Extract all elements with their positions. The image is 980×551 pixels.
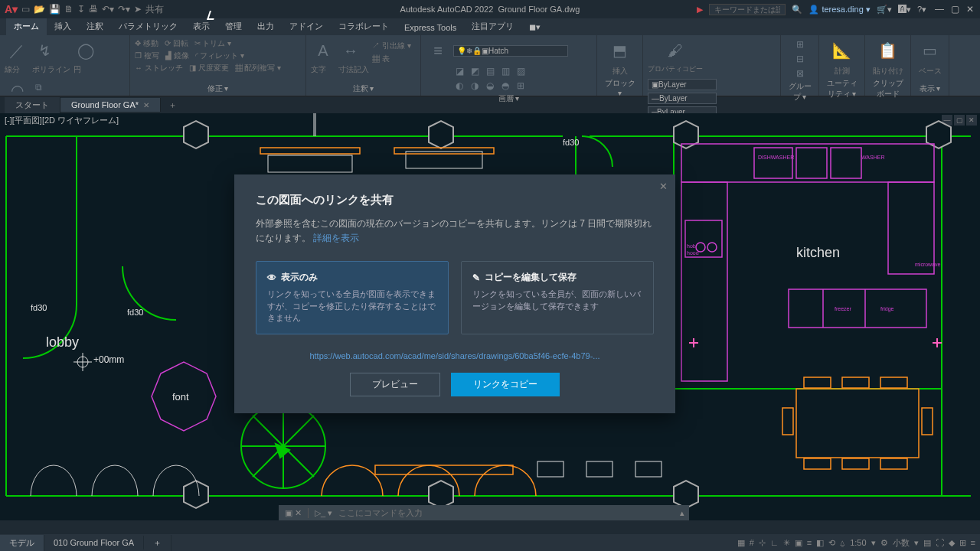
share-url-link[interactable]: https://web.autocad.com/acad/me/sid/shar… [309, 351, 599, 360]
tab-express[interactable]: Express Tools [397, 21, 464, 35]
sb-ortho-icon[interactable]: ∟ [770, 538, 779, 547]
command-line[interactable]: ▣ ✕ ▷_ ▾ ▴ [279, 505, 689, 520]
qat-share2-icon[interactable]: 共有 [145, 3, 164, 16]
sb-lwt-icon[interactable]: ≡ [807, 538, 812, 547]
matchprop-icon[interactable]: 🖌 [663, 38, 688, 63]
sb-cycle-icon[interactable]: ⟲ [828, 538, 835, 548]
sb-iso-icon[interactable]: ◆ [949, 538, 955, 548]
svg-marker-7 [184, 121, 208, 148]
sb-qp-icon[interactable]: ▤ [923, 538, 931, 548]
qat-share-icon[interactable]: ➤ [134, 4, 142, 15]
layout-model[interactable]: モデル [0, 535, 44, 551]
tab-insert[interactable]: 挿入 [47, 18, 79, 35]
copy-link-button[interactable]: リンクをコピー [451, 373, 560, 396]
lweight-dropdown[interactable]: — ByLayer [648, 93, 717, 104]
sb-gear-icon[interactable]: ⚙ [880, 538, 888, 548]
dim-icon[interactable]: ↔ [338, 38, 363, 63]
cmd-recent-icon[interactable]: ▴ [675, 508, 689, 518]
svg-rect-28 [394, 148, 494, 154]
cmd-close-icon[interactable]: ▣ ✕ [279, 508, 309, 518]
preview-button[interactable]: プレビュー [350, 373, 440, 396]
qat-plot-icon[interactable]: 🖶 [89, 4, 98, 15]
dialog-close-icon[interactable]: ✕ [659, 181, 668, 192]
tab-start[interactable]: スタート [5, 97, 60, 113]
svg-rect-5 [586, 461, 612, 477]
layer-dropdown[interactable]: 💡❄🔒▣ Hatch [453, 45, 568, 57]
app-home-icon[interactable]: 🅰▾ [898, 5, 911, 15]
maximize-button[interactable]: ▢ [948, 4, 962, 15]
ribbon-overflow[interactable]: ◼▾ [521, 20, 548, 35]
help-search-input[interactable] [709, 4, 786, 15]
sb-anno-icon[interactable]: ⍙ [840, 538, 845, 547]
line-icon[interactable]: ／ [5, 38, 29, 63]
option-view-only[interactable]: 👁表示のみ リンクを知っている全員が図面を表示できますが、コピーを修正したり保存… [256, 261, 449, 334]
tab-parametric[interactable]: パラメトリック [111, 18, 185, 35]
sb-model-icon[interactable]: ▦ [737, 538, 745, 548]
circle-icon[interactable]: ◯ [74, 38, 98, 63]
minimize-button[interactable]: — [933, 4, 946, 15]
qat-web-icon[interactable]: ↧ [77, 4, 85, 15]
app-menu-icon[interactable]: A▾ [5, 3, 18, 15]
share-link-dialog: ✕ この図面へのリンクを共有 外部参照を含むこの図面の現在のバージョンのコピーを… [234, 174, 675, 413]
misc-draw-icon[interactable]: ⧉ [32, 81, 44, 93]
qat-saveas-icon[interactable]: 🗎 [64, 4, 74, 15]
panel-draw: ／線分 ↯ポリライン ◯円 ◠円弧 ⧉ ◇ ▦ 作成 ▾ [0, 35, 130, 96]
cart-icon[interactable]: 🛒▾ [877, 5, 892, 15]
user-menu[interactable]: 👤 teresa.ding ▾ [808, 5, 871, 15]
svg-text:font: font [172, 391, 189, 403]
polyline-icon[interactable]: ↯ [32, 38, 57, 63]
panel-clipboard: 📋 貼り付け クリップボード [865, 35, 911, 96]
tab-featured[interactable]: 注目アプリ [464, 18, 521, 35]
tab-addins[interactable]: アドイン [282, 18, 331, 35]
svg-text:kitchen: kitchen [796, 245, 840, 260]
base-icon[interactable]: ▭ [918, 38, 942, 63]
tab-output[interactable]: 出力 [250, 18, 282, 35]
sb-snap-icon[interactable]: ⊹ [759, 538, 766, 548]
qat-redo-icon[interactable]: ↷▾ [118, 4, 130, 15]
svg-rect-16 [796, 148, 827, 178]
sb-hw-icon[interactable]: ⊞ [959, 538, 966, 548]
tab-view[interactable]: 表示 [185, 18, 217, 35]
qat-open-icon[interactable]: 📂 [34, 4, 45, 15]
tab-close-icon[interactable]: ✕ [143, 101, 149, 109]
measure-icon[interactable]: 📐 [830, 38, 854, 63]
tab-annotate[interactable]: 注釈 [79, 18, 111, 35]
sb-trans-icon[interactable]: ◧ [816, 538, 824, 548]
panel-utilities: 📐 計測 ユーティリティ ▾ [819, 35, 865, 96]
tab-manage[interactable]: 管理 [217, 18, 250, 35]
svg-rect-32 [880, 377, 907, 388]
paste-icon[interactable]: 📋 [876, 38, 900, 63]
qat-undo-icon[interactable]: ↶▾ [102, 4, 114, 15]
command-input[interactable] [338, 508, 675, 517]
sb-custom-icon[interactable]: ≡ [971, 538, 975, 547]
search-icon[interactable]: 🔍 [792, 5, 802, 15]
insert-icon[interactable]: ⬒ [608, 38, 632, 63]
layout-sheet[interactable]: 010 Ground Floor GA [44, 536, 144, 549]
sb-scale[interactable]: 1:50 [850, 538, 866, 547]
svg-text:fd30: fd30 [31, 303, 47, 312]
tab-document[interactable]: Ground Floor GA*✕ [60, 98, 161, 112]
qat-save-icon[interactable]: 💾 [49, 4, 60, 15]
layout-add[interactable]: ＋ [144, 535, 172, 551]
color-dropdown[interactable]: ▣ ByLayer [648, 79, 717, 90]
text-icon[interactable]: A [311, 38, 335, 63]
sb-grid-icon[interactable]: # [750, 538, 754, 547]
quick-access-toolbar: A▾ ▭ 📂 💾 🗎 ↧ 🖶 ↶▾ ↷▾ ➤ 共有 [0, 3, 168, 16]
svg-point-21 [707, 243, 717, 252]
sb-polar-icon[interactable]: ✳ [783, 538, 790, 548]
sb-clean-icon[interactable]: ⛶ [936, 538, 944, 547]
sb-units[interactable]: 小数 [893, 537, 910, 549]
tab-collaborate[interactable]: コラボレート [331, 18, 397, 35]
svg-rect-18 [681, 182, 727, 381]
help-icon[interactable]: ?▾ [917, 5, 926, 15]
svg-rect-15 [754, 148, 792, 178]
tab-new[interactable]: ＋ [161, 97, 185, 113]
option-edit-copy[interactable]: ✎コピーを編集して保存 リンクを知っている全員が、図面の新しいバージョンを編集し… [461, 261, 654, 334]
tab-home[interactable]: ホーム [6, 18, 47, 35]
qat-new-icon[interactable]: ▭ [21, 4, 30, 15]
dialog-learn-more-link[interactable]: 詳細を表示 [313, 233, 359, 243]
close-button[interactable]: ✕ [963, 4, 977, 15]
sb-osnap-icon[interactable]: ▣ [795, 538, 802, 548]
layerprop-icon[interactable]: ≡ [426, 38, 450, 63]
title-bar: A▾ ▭ 📂 💾 🗎 ↧ 🖶 ↶▾ ↷▾ ➤ 共有 Autodesk AutoC… [0, 0, 980, 18]
